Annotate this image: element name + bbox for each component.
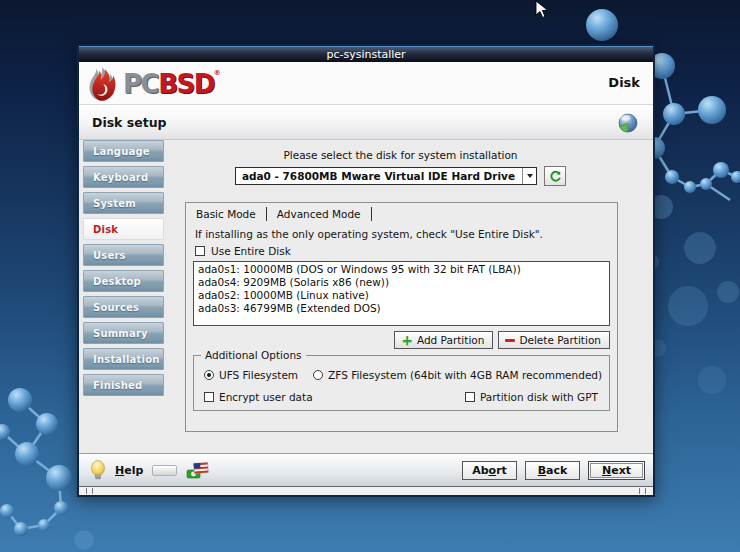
window-titlebar[interactable]: pc-sysinstaller: [79, 46, 653, 62]
use-entire-disk-label: Use Entire Disk: [211, 245, 291, 257]
resize-grip[interactable]: [639, 488, 646, 494]
partition-row[interactable]: ada0s1: 10000MB (DOS or Windows 95 with …: [198, 263, 605, 276]
delete-partition-label: Delete Partition: [519, 334, 601, 346]
flame-icon: [87, 67, 119, 101]
section-title: Disk setup: [92, 115, 167, 130]
add-partition-label: Add Partition: [417, 334, 484, 346]
refresh-icon: [549, 170, 562, 183]
partition-row[interactable]: ada0s2: 10000MB (Linux native): [198, 289, 605, 302]
filesystem-radio-row: UFS Filesystem ZFS Filesystem (64bit wit…: [204, 369, 602, 381]
keyboard-layout-icon[interactable]: [152, 465, 177, 476]
minus-icon: [505, 339, 515, 342]
window-title: pc-sysinstaller: [326, 48, 405, 61]
resize-grip[interactable]: [86, 488, 93, 494]
ufs-filesystem-radio[interactable]: UFS Filesystem: [204, 369, 298, 381]
sidebar-item-disk[interactable]: Disk: [83, 218, 164, 240]
ufs-label: UFS Filesystem: [219, 369, 298, 381]
disk-select-value: ada0 - 76800MB Mware Virtual IDE Hard Dr…: [236, 168, 522, 184]
checkbox-box: [465, 392, 475, 402]
page-title: Disk: [608, 75, 640, 90]
sidebar-item-finished[interactable]: Finished: [83, 374, 164, 396]
sidebar-item-language[interactable]: Language: [83, 140, 164, 162]
sidebar-item-keyboard[interactable]: Keyboard: [83, 166, 164, 188]
disk-select-row: ada0 - 76800MB Mware Virtual IDE Hard Dr…: [173, 166, 628, 186]
nav-buttons: Abort Back Next: [462, 461, 645, 480]
zfs-filesystem-radio[interactable]: ZFS Filesystem (64bit with 4GB RAM recom…: [313, 369, 602, 381]
disk-globe-icon: [618, 113, 638, 133]
plus-icon: +: [401, 335, 413, 345]
additional-options-legend: Additional Options: [201, 349, 306, 361]
disk-prompt: Please select the disk for system instal…: [173, 149, 628, 161]
checkbox-box: [204, 392, 214, 402]
checkbox-box: [195, 246, 205, 256]
encrypt-label: Encrypt user data: [219, 391, 313, 403]
sidebar-item-sources[interactable]: Sources: [83, 296, 164, 318]
chevron-down-icon[interactable]: [522, 168, 536, 184]
partition-row[interactable]: ada0s4: 9209MB (Solaris x86 (new)): [198, 276, 605, 289]
disk-config-panel: Basic Mode Advanced Mode If installing a…: [185, 202, 618, 432]
desktop: pc-sysinstaller PCBSD® Disk Di: [0, 0, 740, 552]
radio-dot: [204, 370, 214, 380]
partition-row[interactable]: ada0s3: 46799MB (Extended DOS): [198, 302, 605, 315]
sidebar-item-installation[interactable]: Installation: [83, 348, 164, 370]
additional-options-group: Additional Options UFS Filesystem ZFS Fi…: [193, 355, 610, 411]
partition-gpt-checkbox[interactable]: Partition disk with GPT: [465, 391, 598, 403]
partition-list[interactable]: ada0s1: 10000MB (DOS or Windows 95 with …: [193, 261, 610, 326]
help-cluster: Help: [90, 454, 209, 486]
language-flag-icon[interactable]: [186, 462, 209, 479]
section-bar: Disk setup: [79, 105, 653, 140]
footer-bar: Help Abort Back Next: [79, 453, 653, 486]
mode-tabs: Basic Mode Advanced Mode: [194, 207, 380, 221]
sidebar: Language Keyboard System Disk Users Desk…: [83, 140, 167, 400]
use-entire-disk-checkbox[interactable]: Use Entire Disk: [195, 245, 291, 257]
pcbsd-logo: PCBSD®: [87, 67, 221, 101]
mouse-cursor: [535, 0, 550, 19]
abort-button[interactable]: Abort: [462, 461, 517, 480]
instruction-text: If installing as the only operating syst…: [195, 228, 611, 240]
pcbsd-wordmark: PCBSD®: [123, 69, 221, 99]
back-button[interactable]: Back: [525, 461, 580, 480]
tab-advanced-mode[interactable]: Advanced Mode: [275, 207, 363, 221]
status-bar: [79, 486, 653, 495]
tab-divider: [266, 207, 267, 221]
help-bulb-icon: [90, 460, 106, 481]
sidebar-item-summary[interactable]: Summary: [83, 322, 164, 344]
tab-divider: [371, 207, 372, 221]
next-button[interactable]: Next: [588, 461, 645, 480]
refresh-disks-button[interactable]: [544, 166, 566, 186]
gpt-label: Partition disk with GPT: [480, 391, 598, 403]
partition-actions: + Add Partition Delete Partition: [394, 331, 610, 349]
sidebar-item-users[interactable]: Users: [83, 244, 164, 266]
disk-select[interactable]: ada0 - 76800MB Mware Virtual IDE Hard Dr…: [235, 167, 537, 185]
content-area: Language Keyboard System Disk Users Desk…: [79, 140, 653, 453]
header: PCBSD® Disk: [79, 62, 653, 105]
zfs-label: ZFS Filesystem (64bit with 4GB RAM recom…: [328, 369, 602, 381]
disk-setup-main: Please select the disk for system instal…: [167, 140, 653, 453]
help-link[interactable]: Help: [115, 464, 143, 477]
installer-window: pc-sysinstaller PCBSD® Disk Di: [77, 44, 655, 497]
tab-basic-mode[interactable]: Basic Mode: [194, 207, 258, 221]
sidebar-item-system[interactable]: System: [83, 192, 164, 214]
radio-dot: [313, 370, 323, 380]
encrypt-user-data-checkbox[interactable]: Encrypt user data: [204, 391, 313, 403]
delete-partition-button[interactable]: Delete Partition: [498, 331, 610, 349]
add-partition-button[interactable]: + Add Partition: [394, 331, 493, 349]
sidebar-item-desktop[interactable]: Desktop: [83, 270, 164, 292]
